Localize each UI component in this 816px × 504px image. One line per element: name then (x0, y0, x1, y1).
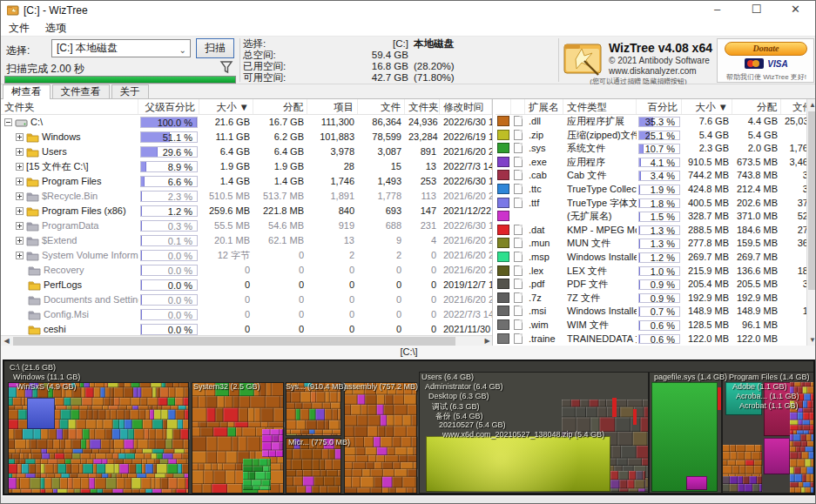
expander-icon[interactable] (16, 148, 24, 156)
color-swatch (496, 183, 511, 197)
minimize-button[interactable]: – (698, 1, 737, 20)
tree-header[interactable]: 文件夹 父级百分比 大小 ▼ 分配 项目 文件 文件夹 修改时间 (1, 99, 492, 115)
expander-icon[interactable] (16, 163, 24, 171)
table-row[interactable]: $Extend0.1 %20.1 MB62.1 MB13942021/6/20 … (1, 233, 492, 248)
files-cell: 15 (358, 159, 405, 174)
table-row[interactable]: Config.Msi0.0 %000002022/7/3 14:33 (1, 307, 492, 322)
color-swatch (496, 210, 511, 224)
folder-name[interactable]: C:\ (1, 115, 138, 130)
percent-cell: 0.0 % (138, 248, 199, 263)
table-row[interactable]: .pdfPDF 文件0.9 %205.4 MB205.5 MB36 (496, 278, 816, 292)
table-row[interactable]: .7z7Z 文件0.9 %192.9 MB192.9 MB2 (496, 292, 816, 306)
table-row[interactable]: .mspWindows Installe1.2 %269.7 MB269.7 M… (496, 251, 816, 265)
expander-icon[interactable] (16, 178, 24, 185)
ext-header[interactable]: 扩展名 文件类型 百分比 大小 ▼ 分配 文件 (496, 99, 816, 115)
tab-about[interactable]: 关于 (111, 84, 149, 98)
table-row[interactable]: .traineTRAINEDDATA 文0.6 %122.0 MB122.0 M… (496, 333, 816, 346)
treemap-canvas[interactable] (4, 361, 813, 494)
folder-name[interactable]: $Extend (1, 233, 138, 248)
tree-horizontal-scrollbar[interactable]: ◀ ▶ (1, 335, 493, 346)
scroll-up-icon[interactable]: ▲ (807, 99, 816, 111)
folder-tree-panel: 文件夹 父级百分比 大小 ▼ 分配 项目 文件 文件夹 修改时间 C:\100.… (1, 99, 493, 346)
table-row[interactable]: [15 文件在 C:\]8.9 %1.9 GB1.9 GB2815132022/… (1, 159, 492, 174)
table-row[interactable]: ProgramData0.3 %55.5 MB54.6 MB9196882312… (1, 218, 492, 233)
color-swatch (496, 305, 511, 319)
scan-button[interactable]: 扫描 (196, 38, 234, 58)
bottom-strip (1, 497, 816, 504)
percent-cell: 1.0 % (637, 265, 682, 279)
menu-file[interactable]: 文件 (1, 21, 37, 36)
folder-name[interactable]: $Recycle.Bin (1, 189, 138, 204)
table-row[interactable]: .wimWIM 文件0.6 %128.5 MB96.1 MB7 (496, 319, 816, 333)
table-row[interactable]: C:\100.0 %21.6 GB16.7 GB111,30086,36424,… (1, 115, 492, 130)
scroll-thumb[interactable] (13, 337, 455, 346)
treemap[interactable]: C:\ (21.6 GB)Windows (11.1 GB)WinSxS (4.… (3, 360, 815, 495)
maximize-button[interactable]: ☐ (737, 1, 776, 20)
folder-name[interactable]: PerfLogs (1, 278, 138, 292)
table-row[interactable]: Recovery0.0 %000002021/6/20 21: (1, 263, 492, 278)
expander-icon[interactable] (4, 118, 12, 126)
table-row[interactable]: $Recycle.Bin2.3 %510.5 MB513.7 MB1,8911,… (1, 189, 492, 204)
color-swatch (496, 278, 511, 292)
file-type-icon (511, 251, 525, 265)
ext-cell: .mun (525, 237, 563, 251)
file-type-icon (511, 237, 525, 251)
table-row[interactable]: .exe应用程序4.1 %910.5 MB673.5 MB3,468 (496, 156, 816, 170)
expander-icon[interactable] (16, 237, 24, 245)
percent-cell: 1.2 % (138, 204, 199, 218)
table-row[interactable]: (无扩展名)1.5 %328.7 MB371.0 MB524 (496, 210, 816, 224)
ext-vertical-scrollbar[interactable]: ▲ ▼ (806, 99, 816, 346)
table-row[interactable]: .ttcTrueType Collect1.9 %424.8 MB212.4 M… (496, 183, 816, 197)
table-row[interactable]: .ttfTrueType 字体文1.8 %400.5 MB202.6 MB374 (496, 197, 816, 211)
folder-name[interactable]: ProgramData (1, 218, 138, 233)
scroll-down-icon[interactable]: ▼ (807, 334, 816, 346)
expander-icon[interactable] (16, 133, 24, 141)
table-row[interactable]: Program Files6.6 %1.4 GB1.4 GB1,7461,493… (1, 174, 492, 189)
percent-cell: 0.0 % (138, 307, 199, 322)
expander-icon[interactable] (16, 207, 24, 215)
table-row[interactable]: .dll应用程序扩展35.3 %7.6 GB4.4 GB25,038 (496, 115, 816, 129)
table-row[interactable]: System Volume Information0.0 %12 字节02202… (1, 248, 492, 263)
table-row[interactable]: .cabCab 文件3.4 %744.2 MB743.8 MB30 (496, 169, 816, 183)
tab-tree-view[interactable]: 树查看 (3, 84, 51, 99)
table-row[interactable]: Users29.6 %6.4 GB6.4 GB3,9783,0878912021… (1, 144, 492, 159)
website-link[interactable]: www.diskanalyzer.com (609, 66, 697, 76)
table-row[interactable]: .lexLEX 文件1.0 %215.9 MB136.6 MB188 (496, 265, 816, 279)
alloc-cell: 4.4 GB (732, 115, 781, 129)
close-button[interactable]: ✕ (776, 1, 815, 20)
folder-name[interactable]: Windows (1, 130, 138, 144)
table-row[interactable]: Documents and Settings0.0 %000002021/6/2… (1, 292, 492, 307)
file-type-icon (511, 115, 525, 129)
folder-name[interactable]: System Volume Information (1, 248, 138, 263)
folder-name[interactable]: Program Files (x86) (1, 204, 138, 218)
donate-button[interactable]: Donate (725, 42, 807, 56)
scroll-thumb[interactable] (808, 111, 816, 290)
drive-combo[interactable]: [C:] 本地磁盘 ⌄ (51, 39, 191, 57)
scroll-left-icon[interactable]: ◀ (1, 336, 12, 346)
table-row[interactable]: .datKMP - MPEG Mo1.3 %288.5 MB184.6 MB27… (496, 224, 816, 238)
modified-cell: 2021/6/20 21: (440, 292, 492, 307)
tree-rows: C:\100.0 %21.6 GB16.7 GB111,30086,36424,… (1, 115, 492, 337)
expander-icon[interactable] (16, 192, 24, 200)
menu-options[interactable]: 选项 (37, 21, 74, 36)
expander-icon[interactable] (16, 252, 24, 259)
alloc-cell: 202.6 MB (732, 197, 781, 211)
scroll-right-icon[interactable]: ▶ (482, 336, 493, 346)
table-row[interactable]: .munMUN 文件1.3 %277.8 MB159.5 MB367 (496, 237, 816, 251)
table-row[interactable]: Windows51.1 %11.1 GB6.2 GB101,88378,5992… (1, 130, 492, 144)
table-row[interactable]: .msiWindows Installe0.7 %148.9 MB148.9 M… (496, 305, 816, 319)
table-row[interactable]: PerfLogs0.0 %000002019/12/7 17: (1, 278, 492, 292)
filter-icon[interactable] (218, 58, 235, 76)
folder-name[interactable]: [15 文件在 C:\] (1, 159, 138, 174)
folder-name[interactable]: Program Files (1, 174, 138, 189)
folder-name[interactable]: Users (1, 144, 138, 159)
files-cell: 2 (358, 248, 405, 263)
expander-icon[interactable] (16, 222, 24, 230)
folder-name[interactable]: Config.Msi (1, 307, 138, 322)
table-row[interactable]: .zip压缩(zipped)文件25.1 %5.4 GB5.4 GB3 (496, 129, 816, 143)
folder-name[interactable]: Recovery (1, 263, 138, 278)
table-row[interactable]: .sys系统文件10.7 %2.3 GB2.0 GB1,768 (496, 142, 816, 156)
tab-file-view[interactable]: 文件查看 (52, 84, 110, 98)
table-row[interactable]: Program Files (x86)1.2 %259.6 MB221.8 MB… (1, 204, 492, 218)
folder-name[interactable]: Documents and Settings (1, 292, 138, 307)
